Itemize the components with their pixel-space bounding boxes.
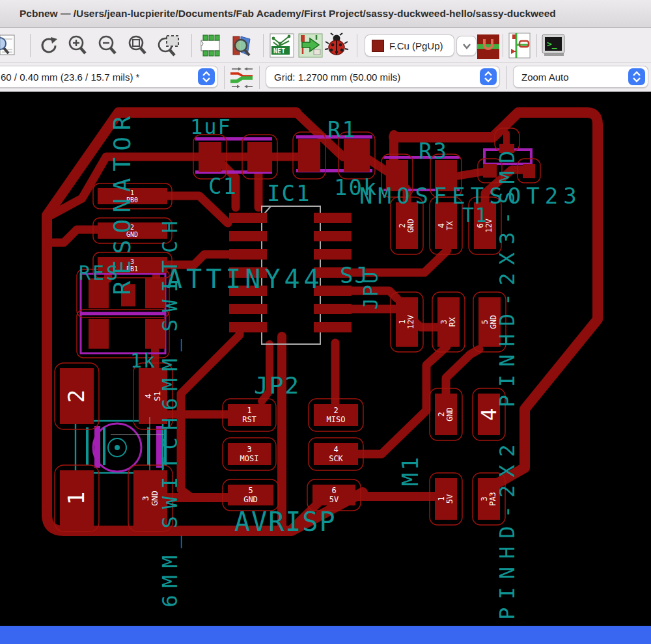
pad-number: 2 [398, 223, 407, 228]
silk-avrisp[interactable]: AVRISP [234, 507, 337, 537]
footprint-viewer-icon[interactable] [228, 33, 254, 59]
pad-number: 3 [439, 319, 449, 324]
python-console-icon[interactable]: >_ [540, 33, 566, 59]
pad-number: 4 [333, 445, 338, 454]
pad-number: 1 [398, 319, 407, 324]
pad-ftdi-4: 4TX [435, 202, 457, 249]
pad-name: GND [445, 407, 454, 422]
pad-m1-1: 15V [435, 478, 457, 520]
silk-t1[interactable]: T1 [462, 204, 488, 226]
separator [259, 66, 260, 89]
pad-name: 12V [406, 315, 415, 329]
pad-ftdi-1: 112V [396, 297, 418, 347]
silk-r1[interactable]: R1 [327, 116, 357, 142]
pad-name: MISO [327, 415, 346, 424]
separator [506, 66, 507, 89]
stepper-icon [198, 68, 215, 85]
pad-r1-2 [344, 139, 370, 172]
footprint-mode-icon[interactable] [506, 33, 533, 59]
separator [503, 34, 503, 57]
zoom-selector[interactable]: Zoom Auto [513, 66, 648, 88]
layer-color-swatch [372, 40, 384, 52]
main-toolbar: NET F.Cu (PgUp) >_ [0, 28, 651, 63]
pad-number: 5 [248, 486, 253, 495]
pad-name: GND [406, 219, 415, 233]
pad-jp2-5: 5 GND [228, 485, 273, 505]
silk-1k[interactable]: 1k [130, 349, 156, 372]
pcbnew-window: Pcbnew — /Users/jean-lucpierite/Document… [0, 0, 651, 644]
silk-r3[interactable]: R3 [419, 138, 448, 164]
pcb-canvas[interactable]: 1 PB0 2 GND 3 PB1 [0, 92, 651, 626]
pad-name: 5V [445, 494, 454, 503]
layer-pair-toggle-icon[interactable] [475, 34, 501, 60]
layer-selector-value: F.Cu (PgUp) [389, 40, 443, 51]
desktop-strip [0, 626, 651, 644]
pad-number: 2 [63, 390, 89, 403]
title-bar: Pcbnew — /Users/jean-lucpierite/Document… [0, 0, 651, 28]
pad-name: SCK [329, 454, 343, 463]
pad-ftdi-2: 2GND [396, 202, 418, 249]
silk-c1[interactable]: C1 [208, 173, 238, 199]
pcb-drawing: 1 PB0 2 GND 3 PB1 [0, 92, 651, 626]
zoom-in-icon[interactable] [65, 33, 91, 59]
page-zoom-preview-icon[interactable] [0, 33, 17, 59]
separator [357, 34, 357, 57]
zoom-to-selection-icon[interactable] [156, 33, 182, 59]
silkscreen-labels[interactable]: RESONATOR RES 1uF C1 IC1 R1 10k R3 NMOSF… [79, 109, 582, 619]
separator [263, 34, 264, 57]
pad-jp2-2: 2 MISO [314, 404, 358, 426]
pad-t1-2 [523, 164, 535, 178]
update-pcb-from-schematic-icon[interactable] [297, 33, 323, 59]
separator [536, 34, 537, 57]
pad-number: 5 [480, 319, 490, 324]
pad-jp2-3: 3 MOSI [228, 443, 271, 465]
chevron-down-icon [461, 40, 473, 52]
pad-number: 3 [141, 496, 150, 501]
silk-pinhd-2x3-smd[interactable]: PINHD-2X3-SMD [495, 143, 519, 407]
pad-s1-2: 2 [60, 368, 94, 424]
pad-jp2-6: 6 5V [312, 485, 355, 505]
silk-6mm-switch[interactable]: 6MM_SWITCH6MM_SWITCH [158, 213, 182, 607]
grid-value: Grid: 1.2700 mm (50.00 mils) [266, 72, 400, 83]
redraw-view-icon[interactable] [36, 33, 62, 59]
track-width-selector[interactable]: 60 / 0.40 mm (23.6 / 15.7 mils) * [0, 66, 218, 88]
drc-ladybug-icon[interactable] [323, 33, 349, 59]
layer-dropdown-button[interactable] [456, 36, 477, 56]
pad-number: 2 [437, 412, 446, 416]
pad-r1-1 [298, 139, 320, 172]
layer-selector[interactable]: F.Cu (PgUp) [365, 34, 454, 57]
pad-number: 6 [331, 486, 336, 495]
grid-selector[interactable]: Grid: 1.2700 mm (50.00 mils) [266, 66, 500, 88]
silk-m1[interactable]: M1 [397, 455, 423, 487]
pad-name: MOSI [240, 454, 259, 463]
silk-pinhd-2x2[interactable]: PINHD-2X2 [495, 436, 519, 619]
separator [191, 34, 192, 57]
pad-number: 4 [437, 223, 446, 228]
footprint-editor-icon[interactable] [197, 33, 223, 59]
pad-number: 1 [437, 496, 446, 501]
pad-jp2-1: 1 RST [228, 404, 271, 426]
pad-number: 3 [480, 496, 489, 501]
separator [224, 66, 225, 89]
pad-number: 2 [333, 406, 338, 415]
silk-res[interactable]: RES [79, 262, 120, 284]
pad-jp2-4: 4 SCK [314, 443, 358, 465]
zoom-out-icon[interactable] [95, 33, 121, 59]
options-toolbar: 60 / 0.40 mm (23.6 / 15.7 mils) * Grid: … [0, 63, 651, 92]
silk-ic1[interactable]: IC1 [267, 180, 311, 206]
svg-text:>_: >_ [547, 39, 557, 49]
pad-s1-1: 1 [60, 470, 94, 526]
load-netlist-icon[interactable]: NET [268, 33, 294, 59]
stepper-icon [628, 68, 645, 85]
pad-number: 4 [477, 408, 501, 420]
pad-name: TX [445, 221, 454, 230]
zoom-fit-icon[interactable] [125, 33, 151, 59]
silk-attiny44[interactable]: ATTINY44 [167, 264, 324, 294]
track-width-auto-icon[interactable] [228, 64, 254, 90]
silk-c1-value[interactable]: 1uF [190, 114, 232, 139]
pad-number: 1 [63, 492, 89, 505]
stepper-icon [480, 68, 497, 85]
track-width-value: 60 / 0.40 mm (23.6 / 15.7 mils) * [0, 72, 139, 83]
silk-jpu[interactable]: JPU [359, 271, 382, 310]
silk-jp2[interactable]: JP2 [254, 372, 300, 399]
